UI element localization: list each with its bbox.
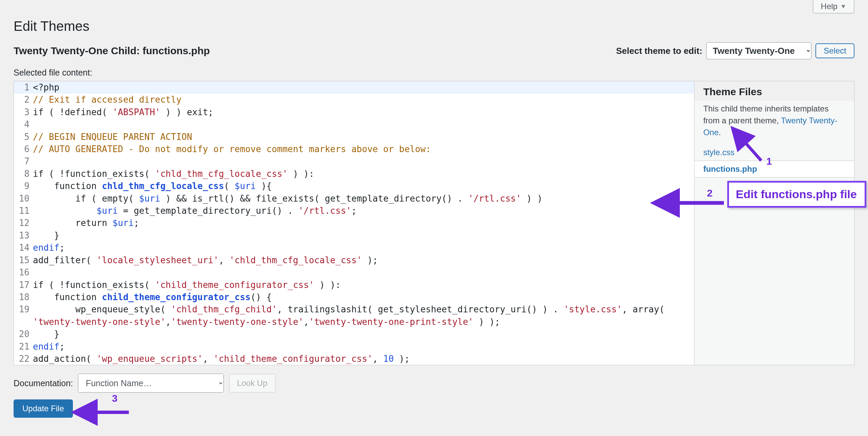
code-line[interactable]: 15add_filter( 'locale_stylesheet_uri', '… [14,254,694,266]
code-line[interactable]: 7 [14,155,694,167]
code-editor[interactable]: 1<?php2// Exit if accessed directly3if (… [14,81,694,365]
code-line[interactable]: 2// Exit if accessed directly [14,94,694,106]
code-line[interactable]: 19 wp_enqueue_style( 'chld_thm_cfg_child… [14,303,694,328]
documentation-label: Documentation: [14,378,73,388]
code-line[interactable]: 10 if ( empty( $uri ) && is_rtl() && fil… [14,192,694,205]
help-label: Help [821,2,837,11]
code-line[interactable]: 20 } [14,328,694,340]
lookup-button[interactable]: Look Up [229,374,275,393]
code-line[interactable]: 14endif; [14,242,694,254]
code-line[interactable]: 6// AUTO GENERATED - Do not modify or re… [14,143,694,155]
page-title: Edit Themes [14,19,854,34]
code-line[interactable]: 8if ( !function_exists( 'chld_thm_cfg_lo… [14,168,694,180]
select-button[interactable]: Select [815,43,854,58]
parent-theme-note: This child theme inherits templates from… [694,101,854,144]
code-line[interactable]: 1<?php [14,81,694,94]
file-heading: Twenty Twenty-One Child: functions.php [14,45,210,57]
code-line[interactable]: 4 [14,118,694,130]
help-tab[interactable]: Help ▼ [813,0,854,14]
documentation-select[interactable]: Function Name… [78,374,224,393]
theme-file-style-css[interactable]: style.css [694,144,854,161]
theme-files-heading: Theme Files [694,81,854,101]
code-line[interactable]: 9 function chld_thm_cfg_locale_css( $uri… [14,180,694,192]
update-file-button[interactable]: Update File [14,399,73,418]
code-line[interactable]: 16 [14,266,694,278]
theme-files-panel: Theme Files This child theme inherits te… [694,81,854,365]
code-line[interactable]: 11 $uri = get_template_directory_uri() .… [14,205,694,217]
code-line[interactable]: 13 } [14,229,694,242]
chevron-down-icon: ▼ [840,3,846,10]
code-line[interactable]: 18 function child_theme_configurator_css… [14,291,694,303]
code-line[interactable]: 12 return $uri; [14,217,694,229]
select-theme-label: Select theme to edit: [616,46,702,56]
code-line[interactable]: 21endif; [14,340,694,353]
theme-select[interactable]: Twenty Twenty-One [706,42,811,59]
annotation-3: 3 [112,393,118,404]
theme-file-functions-php[interactable]: functions.php [694,161,854,178]
code-line[interactable]: 5// BEGIN ENQUEUE PARENT ACTION [14,131,694,143]
selected-file-label: Selected file content: [14,68,854,78]
code-line[interactable]: 17if ( !function_exists( 'child_theme_co… [14,279,694,291]
code-line[interactable]: 3if ( !defined( 'ABSPATH' ) ) exit; [14,106,694,118]
code-line[interactable]: 22add_action( 'wp_enqueue_scripts', 'chi… [14,353,694,365]
